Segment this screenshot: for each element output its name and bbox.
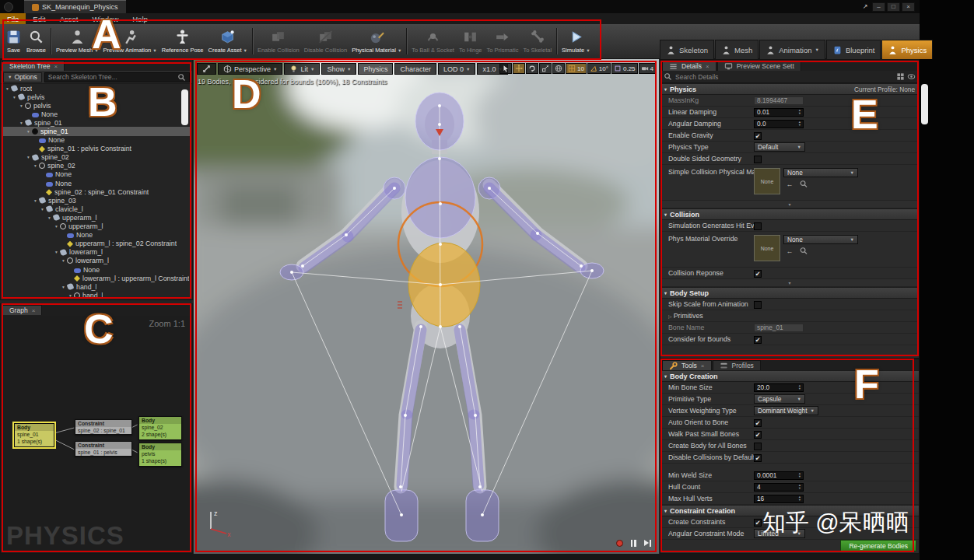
use-selected-icon[interactable]: ← [785,180,794,188]
pause-button[interactable] [630,536,637,550]
toolbar-button-reference-pose[interactable]: Reference Pose [159,25,206,58]
tree-item-hand-l[interactable]: ▾hand_l [2,282,191,291]
checkbox[interactable]: ✔ [754,431,762,439]
expander-icon[interactable]: ▾ [25,155,32,159]
viewport-button-lod-0[interactable]: LOD 0▼ [438,63,475,75]
tab-graph[interactable]: Graph × [2,305,42,315]
tree-item-spine-01-pelvis-constraint[interactable]: spine_01 : pelvis Constraint [2,145,191,153]
record-button[interactable] [616,540,623,547]
spinner-arrows-icon[interactable]: ▴▾ [799,484,801,489]
mode-tab-blueprint[interactable]: Blueprint [826,40,881,59]
menu-item-file[interactable]: File [0,13,26,24]
graph-node-body-spine-02[interactable]: Bodyspine_022 shape(s) [138,416,182,440]
use-selected-icon[interactable]: ← [785,247,794,255]
tools-section-body-creation[interactable]: ▾Body Creation [660,370,919,382]
menu-item-help[interactable]: Help [125,13,155,24]
gizmo-scale-icon[interactable] [539,63,552,74]
toolbar-button-physical-material[interactable]: Physical Material▼ [349,25,404,58]
toolbar-button-simulate[interactable]: Simulate▼ [559,25,593,58]
tree-item-none[interactable]: None [2,170,191,179]
expander-icon[interactable]: ▾ [4,86,11,91]
asset-dropdown[interactable]: None▼ [783,235,858,244]
mode-tab-physics[interactable]: Physics [881,40,933,59]
details-scrollbar[interactable] [921,84,928,124]
gizmo-grid-snap-icon[interactable]: 10 [566,63,587,74]
viewport-corner-button[interactable] [197,63,216,75]
details-tab-preview-scene-sett[interactable]: Preview Scene Sett [717,61,801,71]
spinner-arrows-icon[interactable]: ▴▾ [799,472,801,478]
spinner-arrows-icon[interactable]: ▴▾ [799,495,801,501]
details-search-input[interactable]: Search Details [660,71,919,83]
maximize-button[interactable]: □ [887,2,900,12]
expander-icon[interactable]: ▾ [67,293,74,298]
spinner-arrows-icon[interactable]: ▴▾ [799,384,801,390]
tree-item-lowerarm-l[interactable]: ▾lowerarm_l [2,248,191,257]
gizmo-world-icon[interactable] [552,63,565,74]
browse-asset-icon[interactable] [799,180,808,188]
expander-icon[interactable]: ▾ [25,129,32,134]
tree-item-upperarm-l-spine-02-constraint[interactable]: upperarm_l : spine_02 Constraint [2,240,191,248]
tree-item-none[interactable]: None [2,179,191,187]
tree-item-clavicle-l[interactable]: ▾clavicle_l [2,205,191,213]
checkbox[interactable] [754,156,762,163]
viewport-button-physics[interactable]: Physics [358,63,393,75]
close-tab-icon[interactable]: × [701,362,705,369]
tab-skeleton-tree[interactable]: Skeleton Tree × [2,61,65,71]
graph-node-constraint-spine-02-spine-01[interactable]: Constraintspine_02 : spine_01 [75,419,132,435]
mode-tab-skeleton[interactable]: Skeleton [660,40,714,59]
tools-tab-profiles[interactable]: Profiles [713,360,761,370]
expander-icon[interactable]: ▷ [668,313,672,319]
checkbox[interactable]: ✔ [754,454,762,462]
viewport-button-show[interactable]: Show▼ [321,63,356,75]
tree-item-lowerarm-l[interactable]: ▾lowerarm_l [2,257,191,265]
expander-icon[interactable]: ▾ [53,224,60,229]
asset-thumbnail[interactable]: None [754,168,780,194]
skeleton-tree-scrollbar[interactable] [181,89,188,125]
tree-item-spine-02-spine-01-constraint[interactable]: spine_02 : spine_01 Constraint [2,187,191,196]
tree-item-none[interactable]: None [2,231,191,240]
expander-icon[interactable]: ▾ [53,250,60,254]
expander-icon[interactable]: ▾ [18,121,25,125]
regenerate-bodies-button[interactable]: Re-generate Bodies [840,540,916,551]
checkbox[interactable]: ✔ [754,270,762,278]
checkbox[interactable]: ✔ [754,132,762,140]
mode-tab-mesh[interactable]: Mesh [715,40,759,59]
dropdown[interactable]: Default▼ [754,142,805,152]
checkbox[interactable] [754,301,762,309]
section-expander[interactable]: ▾ [660,279,919,287]
browse-asset-icon[interactable] [799,247,808,255]
expander-icon[interactable]: ▾ [46,215,53,220]
close-button[interactable]: × [902,2,915,12]
tree-item-lowerarm-l-upperarm-l-constraint[interactable]: lowerarm_l : upperarm_l Constraint [2,274,191,282]
close-tab-icon[interactable]: × [54,63,58,70]
dropdown[interactable]: Capsule▼ [754,394,805,404]
details-tab-details[interactable]: Details× [662,61,716,71]
tree-item-spine-02[interactable]: ▾spine_02 [2,162,191,170]
gizmo-rotate-icon[interactable] [526,63,538,74]
value-spinbox[interactable]: 20.0▴▾ [754,383,804,392]
dropdown[interactable]: Dominant Weight▼ [754,406,818,415]
mode-tab-animation[interactable]: Animation▼ [759,40,825,59]
graph-node-constraint-spine-01-pelvis[interactable]: Constraintspine_01 : pelvis [75,441,132,457]
tree-item-upperarm-l[interactable]: ▾upperarm_l [2,213,191,222]
options-button[interactable]: ▼ Options [3,72,42,82]
gizmo-scale-snap-icon[interactable]: 0.25 [611,63,638,74]
tree-item-upperarm-l[interactable]: ▾upperarm_l [2,222,191,231]
checkbox[interactable]: ✔ [754,419,762,427]
grid-view-icon[interactable] [896,72,905,81]
viewport[interactable]: Perspective▼Lit▼Show▼PhysicsCharacterLOD… [194,59,659,554]
gizmo-move-icon[interactable] [513,63,525,74]
checkbox[interactable] [754,443,762,450]
toolbar-button-save[interactable]: Save [3,25,24,58]
value-spinbox[interactable]: 0.0▴▾ [754,120,804,128]
asset-thumbnail[interactable]: None [754,235,780,261]
minimize-button[interactable]: – [872,2,885,12]
checkbox[interactable]: ✔ [754,519,762,527]
spinner-arrows-icon[interactable]: ▴▾ [799,109,801,114]
value-spinbox[interactable]: 4▴▾ [754,483,804,492]
tree-item-spine-01[interactable]: ▾spine_01 [2,127,191,135]
gizmo-select-icon[interactable] [499,63,512,74]
expander-icon[interactable]: ▾ [11,95,18,100]
section-expander[interactable]: ▾ [660,201,919,208]
viewport-button-character[interactable]: Character [394,63,436,75]
